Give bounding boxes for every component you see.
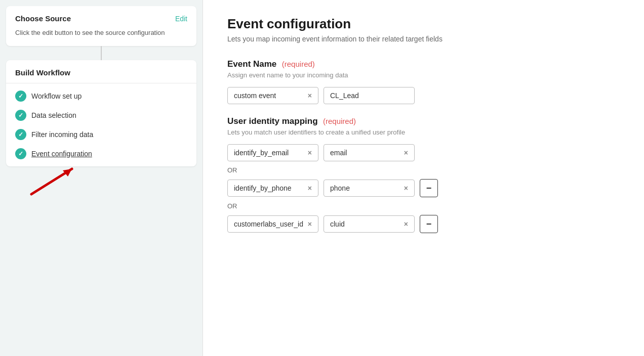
step-check-icon-3 xyxy=(15,129,26,140)
identity-value-identify-by-email: identify_by_email xyxy=(234,149,304,157)
step-label-filter-incoming: Filter incoming data xyxy=(31,130,93,139)
step-label-data-selection: Data selection xyxy=(31,111,76,119)
event-name-title: Event Name xyxy=(227,59,276,69)
remove-phone-row-button[interactable]: − xyxy=(420,179,438,197)
event-name-required: (required) xyxy=(282,60,315,68)
step-check-icon-4 xyxy=(15,148,26,159)
user-identity-required: (required) xyxy=(323,117,356,125)
identity-field-identify-by-email[interactable]: identify_by_email × xyxy=(227,144,318,161)
identity-field-cluid[interactable]: cluid × xyxy=(324,215,415,233)
page-subtitle: Lets you map incoming event information … xyxy=(227,35,620,43)
or-label-1: OR xyxy=(227,166,620,174)
choose-source-description: Click the edit button to see the source … xyxy=(15,28,187,38)
event-name-section: Event Name (required) Assign event name … xyxy=(227,59,620,104)
identity-row-cluid: customerlabs_user_id × cluid × − xyxy=(227,215,620,233)
event-name-clear1[interactable]: × xyxy=(308,92,312,100)
or-label-2: OR xyxy=(227,202,620,210)
step-label-workflow-setup: Workflow set up xyxy=(31,92,82,100)
step-filter-incoming: Filter incoming data xyxy=(15,129,187,140)
identity-clear-phone2[interactable]: × xyxy=(404,184,408,192)
step-label-event-config[interactable]: Event configuration xyxy=(31,150,92,158)
event-name-header: Event Name (required) xyxy=(227,59,620,69)
page-title: Event configuration xyxy=(227,16,620,32)
build-workflow-title: Build Workflow xyxy=(6,60,196,83)
step-check-icon xyxy=(15,91,26,102)
event-name-desc: Assign event name to your incoming data xyxy=(227,71,620,79)
identity-row-phone: identify_by_phone × phone × − xyxy=(227,179,620,197)
user-identity-section: User identity mapping (required) Lets yo… xyxy=(227,116,620,233)
identity-value-email: email xyxy=(330,149,400,157)
identity-value-identify-by-phone: identify_by_phone xyxy=(234,184,304,192)
user-identity-title: User identity mapping xyxy=(227,116,318,126)
step-check-icon-2 xyxy=(15,110,26,121)
edit-button[interactable]: Edit xyxy=(175,15,187,23)
connector-line xyxy=(101,46,102,60)
event-name-field2[interactable]: CL_Lead xyxy=(324,87,415,104)
user-identity-desc: Lets you match user identifiers to creat… xyxy=(227,128,620,136)
identity-row-email: identify_by_email × email × xyxy=(227,144,620,161)
identity-field-phone[interactable]: phone × xyxy=(324,180,415,197)
event-name-value1: custom event xyxy=(234,92,304,100)
arrow-annotation xyxy=(6,161,196,202)
identity-clear-email1[interactable]: × xyxy=(308,149,312,157)
choose-source-card: Choose Source Edit Click the edit button… xyxy=(6,6,196,46)
red-arrow-icon xyxy=(26,161,87,197)
sidebar: Choose Source Edit Click the edit button… xyxy=(0,0,203,356)
event-name-value2: CL_Lead xyxy=(330,92,408,100)
identity-clear-email2[interactable]: × xyxy=(404,149,408,157)
identity-value-phone: phone xyxy=(330,184,400,192)
identity-value-customerlabs-user-id: customerlabs_user_id xyxy=(234,220,304,228)
identity-clear-cluid1[interactable]: × xyxy=(308,220,312,228)
identity-field-identify-by-phone[interactable]: identify_by_phone × xyxy=(227,180,318,197)
choose-source-header: Choose Source Edit xyxy=(15,14,187,23)
choose-source-title: Choose Source xyxy=(15,14,71,23)
step-event-configuration: Event configuration xyxy=(15,148,187,159)
identity-field-email[interactable]: email × xyxy=(324,144,415,161)
user-identity-header: User identity mapping (required) xyxy=(227,116,620,126)
identity-value-cluid: cluid xyxy=(330,220,400,228)
event-name-fields: custom event × CL_Lead xyxy=(227,87,620,104)
event-name-field1[interactable]: custom event × xyxy=(227,87,318,104)
step-workflow-setup: Workflow set up xyxy=(15,91,187,102)
identity-clear-phone1[interactable]: × xyxy=(308,184,312,192)
main-content: Event configuration Lets you map incomin… xyxy=(203,0,644,356)
remove-cluid-row-button[interactable]: − xyxy=(420,215,438,233)
workflow-steps: Workflow set up Data selection Filter in… xyxy=(6,83,196,166)
identity-field-customerlabs-user-id[interactable]: customerlabs_user_id × xyxy=(227,215,318,233)
build-workflow-card: Build Workflow Workflow set up Data sele… xyxy=(6,60,196,166)
identity-clear-cluid2[interactable]: × xyxy=(404,220,408,228)
step-data-selection: Data selection xyxy=(15,110,187,121)
